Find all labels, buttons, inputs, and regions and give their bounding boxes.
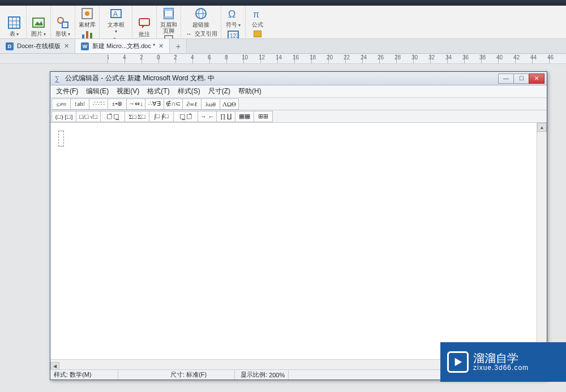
ribbon-crossref[interactable]: ↔交叉引用 <box>183 29 218 38</box>
ribbon-wordart[interactable]: A 艺术字 ▾ <box>106 35 126 39</box>
maximize-button[interactable]: ☐ <box>513 74 529 84</box>
svg-rect-8 <box>62 22 68 28</box>
comment-icon <box>138 16 151 30</box>
ribbon-textbox[interactable]: A 文本框 ▾ <box>106 7 126 35</box>
ribbon-equation[interactable]: π 公式 <box>248 7 267 28</box>
equation-app-icon: ∑ <box>53 74 62 83</box>
watermark-title: 溜溜自学 <box>473 352 529 364</box>
symbol-palette-btn-5[interactable]: ∴∀∃ <box>145 98 164 110</box>
svg-marker-6 <box>35 21 43 25</box>
svg-rect-24 <box>164 8 173 11</box>
symbol-palette-btn-2[interactable]: ∴∵∷ <box>89 98 108 110</box>
ribbon: 表 ▾ 图片 ▾ 形状 ▾ 素材库 图表 A 文本框 ▾ A 艺术字 <box>0 6 566 39</box>
textbox-icon: A <box>109 7 123 20</box>
equation-editor-window: ∑ 公式编辑器 - 公式在 新建 Microsoft Word 文档. 中 — … <box>50 71 547 380</box>
ruler-tick: 44 <box>532 54 539 63</box>
menu-file[interactable]: 文件(F) <box>53 85 82 97</box>
status-zoom[interactable]: 显示比例: 200% <box>237 370 289 380</box>
ruler-tick: 8 <box>226 54 230 63</box>
ruler-tick: 24 <box>362 54 369 63</box>
ruler-tick: 26 <box>379 54 386 63</box>
symbol-palette-btn-6[interactable]: ∉∩⊂ <box>164 98 183 110</box>
play-icon <box>447 351 469 373</box>
tab-docer[interactable]: D Docer-在线模版 ✕ <box>0 39 75 53</box>
template-palette-btn-9[interactable]: ⊞⊞ <box>254 111 273 122</box>
ruler-tick: 38 <box>481 54 488 63</box>
menu-help[interactable]: 帮助(H) <box>235 85 265 97</box>
close-icon[interactable]: ✕ <box>64 42 69 50</box>
menu-hint-bar <box>0 0 566 6</box>
tab-new[interactable]: + <box>170 39 187 53</box>
symbol-palette-btn-1[interactable]: ↕ab⁝ <box>70 98 89 110</box>
crossref-icon: ↔ <box>185 29 193 38</box>
equation-menu-bar: 文件(F) 编辑(E) 视图(V) 格式(T) 样式(S) 尺寸(Z) 帮助(H… <box>50 85 547 98</box>
template-palette-btn-4[interactable]: ∫□ ∮□ <box>149 111 174 122</box>
template-palette-btn-8[interactable]: ▦▦ <box>235 111 254 122</box>
ruler-tick: 46 <box>549 54 556 63</box>
menu-size[interactable]: 尺寸(Z) <box>205 85 234 97</box>
ribbon-pagenumber[interactable]: # 页码 ▾ <box>159 34 178 39</box>
ruler-tick: 18 <box>311 54 318 63</box>
equation-editor-titlebar[interactable]: ∑ 公式编辑器 - 公式在 新建 Microsoft Word 文档. 中 — … <box>50 72 547 85</box>
number-icon: 123 <box>226 28 240 39</box>
minimize-button[interactable]: — <box>498 74 514 84</box>
template-palette-btn-1[interactable]: □/□ √□ <box>76 111 101 122</box>
ribbon-hyperlink[interactable]: 超链接 <box>191 7 211 28</box>
ribbon-symbol[interactable]: Ω 符号 ▾ <box>224 7 243 28</box>
symbol-palette-btn-8[interactable]: λωθ <box>201 98 220 110</box>
symbol-palette-btn-4[interactable]: →⇔↓ <box>126 98 145 110</box>
svg-rect-21 <box>139 19 149 25</box>
ribbon-number[interactable]: 123 数字 <box>224 28 243 39</box>
svg-point-10 <box>85 11 89 16</box>
tab-document[interactable]: W 新建 Micro...文档.doc * ✕ <box>75 39 170 53</box>
template-palette-btn-7[interactable]: ∏ ∐ <box>216 111 235 122</box>
ribbon-clipart[interactable]: 素材库 <box>78 7 97 28</box>
ruler-tick: 12 <box>260 54 267 63</box>
template-palette-btn-6[interactable]: → ← <box>198 111 217 122</box>
menu-format[interactable]: 格式(T) <box>144 85 173 97</box>
symbol-palette-btn-9[interactable]: ΛΩΘ <box>220 98 239 110</box>
equation-canvas[interactable] <box>50 123 537 359</box>
equation-cursor-slot <box>58 131 64 147</box>
ruler-tick: 4 <box>192 54 196 63</box>
svg-rect-25 <box>164 16 173 19</box>
ribbon-misc-1[interactable] <box>252 29 263 38</box>
menu-style[interactable]: 样式(S) <box>174 85 204 97</box>
symbol-icon: Ω <box>226 7 240 20</box>
ribbon-comment[interactable]: 批注 <box>135 7 154 37</box>
document-tabs: D Docer-在线模版 ✕ W 新建 Micro...文档.doc * ✕ + <box>0 39 566 54</box>
horizontal-ruler[interactable]: 6420246810121416182022242628303234363840… <box>108 54 566 63</box>
ruler-tick: 2 <box>142 54 145 63</box>
template-palette-btn-3[interactable]: Σ□ Σ□ <box>125 111 149 122</box>
chart-icon <box>80 28 94 39</box>
close-button[interactable]: ✕ <box>529 74 544 84</box>
symbol-palette-btn-7[interactable]: ∂∞ℓ <box>182 98 201 110</box>
ruler-tick: 16 <box>294 54 301 63</box>
status-size[interactable]: 尺寸: 标准(F) <box>167 370 235 380</box>
ribbon-table[interactable]: 表 ▾ <box>5 7 24 37</box>
ribbon-chart[interactable]: 图表 <box>78 28 97 39</box>
ruler-tick: 10 <box>243 54 250 63</box>
ribbon-shapes[interactable]: 形状 ▾ <box>53 7 72 37</box>
ruler-tick: 2 <box>175 54 179 63</box>
template-palette-btn-0[interactable]: (□) [□] <box>52 111 76 122</box>
equation-toolbar-1: ≤≠≈↕ab⁝∴∵∷±•⊗→⇔↓∴∀∃∉∩⊂∂∞ℓλωθΛΩΘ <box>50 98 547 110</box>
template-palette-btn-5[interactable]: □̲ □̄ <box>173 111 198 122</box>
svg-text:123: 123 <box>230 33 239 39</box>
status-style[interactable]: 样式: 数学(M) <box>50 370 118 380</box>
menu-edit[interactable]: 编辑(E) <box>83 85 112 97</box>
template-palette-btn-2[interactable]: □̄ □̲ <box>100 111 125 122</box>
close-icon[interactable]: ✕ <box>158 42 164 50</box>
svg-marker-37 <box>455 358 462 366</box>
scroll-up-arrow[interactable]: ▲ <box>537 123 547 132</box>
menu-view[interactable]: 视图(V) <box>113 85 143 97</box>
svg-rect-0 <box>8 17 20 28</box>
svg-rect-13 <box>90 33 92 39</box>
ribbon-picture[interactable]: 图片 ▾ <box>29 7 48 37</box>
ruler-tick: 20 <box>328 54 335 63</box>
symbol-palette-btn-0[interactable]: ≤≠≈ <box>52 98 71 110</box>
symbol-palette-btn-3[interactable]: ±•⊗ <box>108 98 127 110</box>
ribbon-headerfooter[interactable]: 页眉和页脚 <box>159 7 178 34</box>
vertical-scrollbar[interactable]: ▲ ▼ <box>537 123 547 359</box>
ruler-tick: 28 <box>396 54 403 63</box>
